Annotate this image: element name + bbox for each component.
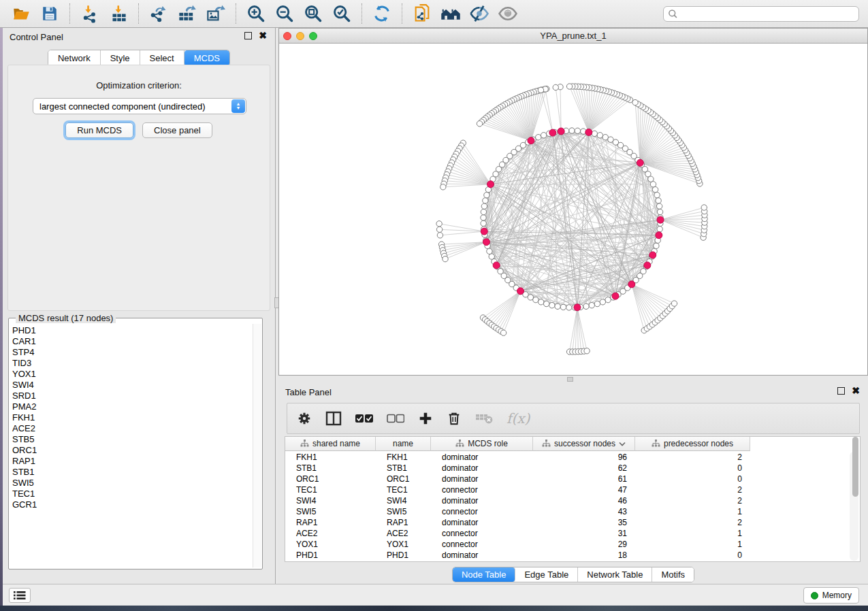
- table-scrollbar-thumb[interactable]: [852, 437, 858, 497]
- cell-mcds_role[interactable]: connector: [431, 506, 533, 517]
- mcds-hub-node[interactable]: [644, 262, 651, 269]
- table-row[interactable]: SWI5SWI5connector431: [285, 506, 750, 517]
- cell-shared_name[interactable]: SWI5: [285, 506, 376, 517]
- zoom-out-icon[interactable]: [274, 3, 295, 24]
- mcds-result-item[interactable]: SRD1: [12, 391, 253, 401]
- mcds-hub-node[interactable]: [656, 232, 662, 239]
- ring-node[interactable]: [600, 299, 605, 305]
- column-header-name[interactable]: name: [376, 437, 431, 451]
- cell-name[interactable]: ACE2: [376, 528, 431, 539]
- ring-node[interactable]: [583, 303, 589, 309]
- ring-node[interactable]: [654, 192, 660, 197]
- cell-shared_name[interactable]: STB1: [285, 463, 376, 474]
- hide-graphics-details-icon[interactable]: [469, 3, 489, 24]
- horizontal-splitter[interactable]: [278, 376, 868, 383]
- ring-node[interactable]: [538, 299, 543, 305]
- ring-node[interactable]: [489, 254, 494, 259]
- mcds-hub-node[interactable]: [637, 159, 643, 166]
- mcds-result-item[interactable]: STB1: [12, 467, 253, 478]
- mcds-hub-node[interactable]: [585, 129, 592, 135]
- ring-node[interactable]: [481, 215, 486, 220]
- cell-predecessor_nodes[interactable]: 2: [635, 452, 750, 463]
- cell-predecessor_nodes[interactable]: 1: [635, 528, 750, 539]
- cell-name[interactable]: SWI5: [376, 506, 431, 517]
- mcds-hub-node[interactable]: [493, 262, 500, 269]
- cell-mcds_role[interactable]: dominator: [431, 550, 533, 561]
- ring-node[interactable]: [481, 209, 486, 214]
- ring-node[interactable]: [652, 186, 658, 192]
- mcds-result-item[interactable]: GCR1: [12, 499, 253, 510]
- satellite-node[interactable]: [538, 87, 543, 93]
- import-table-icon[interactable]: [108, 3, 129, 24]
- cell-predecessor_nodes[interactable]: 0: [635, 463, 750, 474]
- column-header-predecessor_nodes[interactable]: predecessor nodes: [635, 437, 750, 451]
- satellite-node[interactable]: [440, 184, 446, 190]
- ring-node[interactable]: [487, 248, 492, 254]
- cell-mcds_role[interactable]: connector: [431, 539, 533, 550]
- ring-node[interactable]: [555, 303, 560, 309]
- cell-mcds_role[interactable]: dominator: [431, 495, 533, 506]
- ring-node[interactable]: [654, 243, 659, 248]
- apply-layout-icon[interactable]: [372, 3, 392, 24]
- open-folder-icon[interactable]: [11, 3, 31, 24]
- search-field[interactable]: [663, 6, 859, 22]
- cell-successor_nodes[interactable]: 46: [533, 495, 635, 506]
- network-canvas[interactable]: [279, 44, 867, 375]
- run-mcds-button[interactable]: Run MCDS: [65, 122, 133, 138]
- cell-mcds_role[interactable]: connector: [431, 528, 533, 539]
- select-all-columns-icon[interactable]: [355, 414, 373, 423]
- mcds-hub-node[interactable]: [649, 252, 656, 259]
- ring-node[interactable]: [605, 297, 611, 302]
- criterion-dropdown[interactable]: largest connected component (undirected)…: [33, 98, 246, 114]
- console-button[interactable]: [9, 588, 31, 603]
- mcds-hub-node[interactable]: [628, 281, 635, 288]
- satellite-node[interactable]: [553, 84, 558, 90]
- cell-predecessor_nodes[interactable]: 2: [635, 517, 750, 528]
- mcds-result-item[interactable]: SWI4: [12, 380, 253, 391]
- zoom-fit-icon[interactable]: [303, 3, 323, 24]
- mcds-result-item[interactable]: TID3: [12, 358, 253, 369]
- mcds-result-list[interactable]: PHD1CAR1STP4TID3YOX1SWI4SRD1PMA2FKH1ACE2…: [10, 324, 253, 567]
- cell-successor_nodes[interactable]: 18: [533, 550, 635, 561]
- network-window-titlebar[interactable]: YPA_prune.txt_1: [279, 29, 867, 44]
- cell-successor_nodes[interactable]: 62: [533, 463, 635, 474]
- cell-successor_nodes[interactable]: 29: [533, 539, 635, 550]
- ring-node[interactable]: [650, 182, 656, 187]
- cell-predecessor_nodes[interactable]: 2: [635, 495, 750, 506]
- satellite-node[interactable]: [436, 227, 442, 232]
- cell-shared_name[interactable]: FKH1: [285, 452, 376, 463]
- table-settings-gear-icon[interactable]: [297, 411, 312, 426]
- column-header-shared_name[interactable]: shared name: [285, 437, 376, 451]
- satellite-node[interactable]: [436, 221, 442, 227]
- save-icon[interactable]: [39, 3, 60, 24]
- ring-node[interactable]: [484, 192, 489, 197]
- table-row[interactable]: RAP1RAP1dominator352: [285, 517, 750, 528]
- mcds-result-item[interactable]: STP4: [12, 347, 253, 358]
- mcds-result-item[interactable]: PHD1: [12, 325, 253, 336]
- satellite-node[interactable]: [500, 330, 506, 335]
- cell-name[interactable]: TEC1: [376, 484, 431, 495]
- tab-edge-table[interactable]: Edge Table: [515, 567, 578, 582]
- mcds-hub-node[interactable]: [528, 137, 534, 144]
- mcds-hub-node[interactable]: [487, 181, 494, 188]
- mcds-hub-node[interactable]: [657, 216, 664, 223]
- cell-name[interactable]: FKH1: [376, 452, 431, 463]
- tab-network[interactable]: Network: [48, 50, 101, 66]
- cell-predecessor_nodes[interactable]: 0: [635, 550, 750, 561]
- tab-select[interactable]: Select: [140, 50, 184, 66]
- show-graphics-details-icon[interactable]: [498, 3, 518, 24]
- ring-node[interactable]: [656, 203, 662, 209]
- cell-mcds_role[interactable]: connector: [431, 484, 533, 495]
- create-column-icon[interactable]: [418, 411, 433, 426]
- table-row[interactable]: ACE2ACE2connector311: [285, 528, 750, 539]
- cell-shared_name[interactable]: RAP1: [285, 517, 376, 528]
- cell-successor_nodes[interactable]: 35: [533, 517, 635, 528]
- satellite-node[interactable]: [584, 348, 590, 354]
- table-row[interactable]: YOX1YOX1connector291: [285, 539, 750, 550]
- mcds-result-item[interactable]: FKH1: [12, 412, 253, 423]
- mcds-result-scrollbar[interactable]: [253, 324, 261, 567]
- satellite-node[interactable]: [671, 301, 677, 306]
- float-panel-icon[interactable]: [837, 387, 845, 395]
- mcds-hub-node[interactable]: [483, 239, 489, 246]
- ring-node[interactable]: [594, 301, 600, 306]
